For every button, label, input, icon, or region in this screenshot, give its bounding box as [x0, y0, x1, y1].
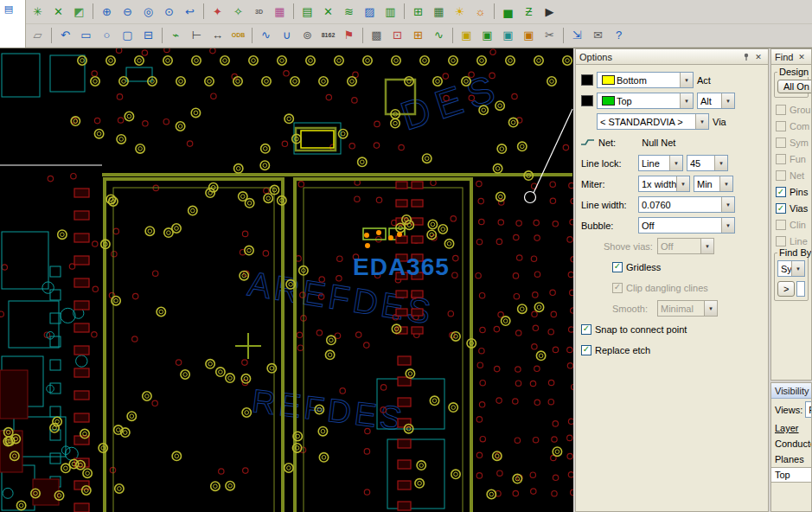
flag-icon[interactable]: ⚑	[339, 26, 359, 45]
close-icon[interactable]: ✕	[796, 51, 808, 63]
checkbox-icon[interactable]	[776, 121, 786, 131]
all-on-button[interactable]: All On	[777, 80, 811, 93]
line-width-input[interactable]: 0.0760 ▼	[638, 196, 735, 213]
refdes-icon[interactable]: 8162	[318, 26, 338, 45]
find-filter-fun[interactable]: Fun	[776, 154, 807, 164]
visibility-title-bar[interactable]: Visibility	[771, 383, 811, 399]
find-more-button[interactable]: >	[777, 281, 795, 297]
assign-color-icon[interactable]: ▨	[360, 2, 380, 21]
smooth-select[interactable]: Minimal ▼	[657, 300, 718, 317]
connect-icon[interactable]: ⌁	[166, 26, 186, 45]
checkbox-icon[interactable]	[776, 203, 786, 214]
chevron-down-icon[interactable]: ▼	[721, 197, 734, 212]
fix-icon[interactable]: ✦	[208, 2, 227, 21]
find-filter-net[interactable]: Net	[776, 170, 807, 181]
chevron-down-icon[interactable]: ▼	[700, 239, 713, 253]
zoom-points-icon[interactable]: ⊙	[159, 2, 179, 21]
rats-all-icon[interactable]: ≋	[339, 2, 359, 21]
find-filter-grou[interactable]: Grou	[776, 105, 807, 115]
find-filter-pins[interactable]: Pins	[776, 187, 807, 197]
checkbox-icon[interactable]	[776, 105, 786, 115]
shape-circle-icon[interactable]: ○	[97, 26, 117, 45]
pin-icon[interactable]	[809, 385, 812, 397]
constraint-table-icon[interactable]: ⊞	[408, 2, 428, 21]
replace-etch-checkbox[interactable]	[581, 345, 591, 355]
spreadsheet-icon[interactable]: ▦	[429, 2, 449, 21]
move-icon[interactable]: ✳	[28, 2, 48, 21]
options-title-bar[interactable]: Options ✕	[576, 49, 768, 65]
shadow-mode-icon[interactable]: ☼	[470, 2, 490, 21]
signal-tree-icon[interactable]: Ƶ	[519, 2, 539, 21]
odb-export-icon[interactable]: ODB	[228, 26, 248, 45]
via-select[interactable]: < STANDARDVIA > ▼	[597, 113, 709, 130]
color-dialog-icon[interactable]: ▦	[270, 2, 290, 21]
pin-span-icon[interactable]: ↔	[208, 26, 227, 45]
amplifier-icon[interactable]: ∪	[277, 26, 297, 45]
zoom-out-icon[interactable]: ⊖	[118, 2, 137, 21]
chevron-down-icon[interactable]: ▼	[719, 176, 732, 191]
page-icon[interactable]: ▤	[2, 2, 16, 16]
shape-frame-icon[interactable]: ⊟	[138, 26, 158, 45]
zoom-in-icon[interactable]: ⊕	[97, 2, 117, 21]
find-by-select[interactable]: Symbol ▼	[777, 260, 805, 277]
waveform-icon[interactable]: ∿	[256, 26, 276, 45]
visibility-row-conductors[interactable]: Conductors	[775, 438, 812, 449]
layer-row-top[interactable]: Top	[771, 467, 811, 483]
find-filter-vias[interactable]: Vias	[776, 203, 807, 214]
chevron-down-icon[interactable]: ▼	[680, 93, 693, 108]
checkbox-icon[interactable]	[776, 154, 786, 164]
shape-screen-icon[interactable]: ▢	[118, 26, 137, 45]
miter-select[interactable]: 1x width ▼	[638, 176, 690, 192]
layer-link[interactable]: Layer	[775, 423, 799, 433]
act-layer-select[interactable]: Bottom ▼	[597, 72, 694, 88]
chevron-down-icon[interactable]: ▼	[676, 176, 689, 191]
alt-mode-select[interactable]: Alt ▼	[697, 93, 735, 109]
close-icon[interactable]: ✕	[752, 51, 764, 63]
checkbox-icon[interactable]	[776, 220, 786, 230]
net-wave-icon[interactable]: ∿	[429, 26, 449, 45]
view-3d-icon[interactable]: 3D	[249, 2, 269, 21]
views-select[interactable]: F ▼	[805, 401, 812, 418]
alt-layer-select[interactable]: Top ▼	[597, 93, 694, 109]
color-matrix-icon[interactable]: ⊞	[408, 26, 428, 45]
bubble-select[interactable]: Off ▼	[638, 217, 735, 234]
grid-toggle-icon[interactable]: ▤	[297, 2, 317, 21]
pcb-canvas[interactable]: DESAREFDESREFDESEDA365	[0, 48, 573, 512]
chevron-down-icon[interactable]: ▼	[695, 114, 708, 129]
pointer-icon[interactable]: ▶	[540, 2, 559, 21]
folder-orange-icon[interactable]: ▣	[519, 26, 539, 45]
pin-icon[interactable]	[740, 51, 752, 63]
design-canvas-area[interactable]: DESAREFDESREFDESEDA365	[0, 48, 573, 512]
checkbox-icon[interactable]	[776, 187, 786, 197]
undo-icon[interactable]: ↶	[55, 26, 75, 45]
find-filter-line[interactable]: Line	[776, 236, 807, 246]
shape-rect-icon[interactable]: ▭	[76, 26, 96, 45]
zoom-fit-icon[interactable]: ◎	[138, 2, 158, 21]
chevron-down-icon[interactable]: ▼	[791, 261, 804, 276]
shove-vias-select[interactable]: Off ▼	[657, 238, 714, 254]
find-input[interactable]	[796, 281, 805, 297]
chevron-down-icon[interactable]: ▼	[704, 301, 717, 316]
erase-icon[interactable]: ✕	[48, 2, 68, 21]
scissors-icon[interactable]: ✂	[540, 26, 559, 45]
mail-icon[interactable]: ✉	[588, 26, 608, 45]
zoom-previous-icon[interactable]: ↩	[180, 2, 200, 21]
checkbox-icon[interactable]	[776, 170, 786, 181]
slide-icon[interactable]: ◩	[69, 2, 89, 21]
find-title-bar[interactable]: Find ✕	[771, 49, 811, 65]
gridless-checkbox[interactable]	[612, 262, 623, 272]
chevron-down-icon[interactable]: ▼	[680, 73, 693, 87]
pin-extend-icon[interactable]: ⊢	[187, 26, 207, 45]
unfix-icon[interactable]: ✧	[228, 2, 248, 21]
chevron-down-icon[interactable]: ▼	[721, 93, 734, 108]
report-chart-icon[interactable]: ▅	[498, 2, 518, 21]
snap-checkbox[interactable]	[581, 324, 591, 335]
folder-yellow-icon[interactable]: ▣	[457, 26, 476, 45]
paste-icon[interactable]: ▱	[28, 26, 48, 45]
sun-icon[interactable]: ☀	[450, 2, 470, 21]
line-lock-select[interactable]: Line ▼	[638, 155, 683, 171]
line-lock-angle-select[interactable]: 45 ▼	[687, 155, 728, 171]
unrats-all-icon[interactable]: ✕	[318, 2, 338, 21]
layer-table-icon[interactable]: ▥	[380, 2, 400, 21]
chevron-down-icon[interactable]: ▼	[721, 218, 734, 233]
